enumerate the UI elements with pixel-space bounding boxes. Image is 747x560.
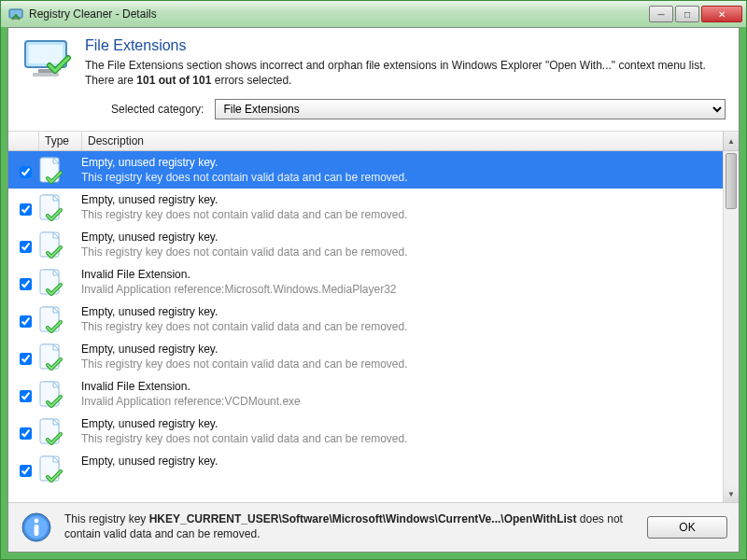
row-detail: This registry key does not contain valid… (81, 320, 719, 333)
row-type-cell (38, 191, 81, 223)
table-row[interactable]: Empty, unused registry key. (8, 450, 723, 487)
col-description-header[interactable]: Description (81, 132, 723, 150)
table-row[interactable]: Empty, unused registry key. This registr… (8, 301, 723, 338)
row-checkbox-cell (16, 191, 38, 218)
row-description-cell: Empty, unused registry key. This registr… (81, 154, 719, 184)
ok-button[interactable]: OK (647, 516, 727, 539)
table-row[interactable]: Empty, unused registry key. This registr… (8, 338, 723, 375)
row-description-cell: Empty, unused registry key. This registr… (81, 415, 719, 445)
row-type-cell (38, 154, 81, 186)
desc-post: errors selected. (211, 74, 291, 87)
results-list[interactable]: Empty, unused registry key. This registr… (8, 151, 723, 502)
row-detail: Invalid Application reference:VCDMount.e… (81, 395, 719, 408)
row-checkbox-cell (16, 229, 38, 256)
table-row[interactable]: Invalid File Extension. Invalid Applicat… (8, 375, 723, 413)
row-checkbox-cell (16, 303, 38, 330)
row-title: Empty, unused registry key. (81, 305, 719, 318)
row-description-cell: Empty, unused registry key. This registr… (81, 229, 719, 259)
row-checkbox[interactable] (20, 427, 32, 440)
svg-rect-3 (29, 45, 63, 63)
file-check-icon (38, 305, 66, 335)
row-checkbox[interactable] (20, 241, 32, 253)
row-detail: This registry key does not contain valid… (81, 432, 719, 445)
row-checkbox-cell (16, 415, 38, 442)
row-description-cell: Invalid File Extension. Invalid Applicat… (81, 266, 719, 296)
file-check-icon (38, 343, 66, 372)
row-checkbox[interactable] (20, 203, 32, 216)
footer-message: This registry key HKEY_CURRENT_USER\Soft… (64, 512, 636, 541)
table-row[interactable]: Empty, unused registry key. This registr… (8, 226, 723, 263)
row-checkbox[interactable] (20, 315, 32, 328)
row-type-cell (38, 341, 81, 372)
row-title: Empty, unused registry key. (81, 417, 719, 430)
category-select[interactable]: File Extensions (215, 99, 726, 119)
row-type-cell (38, 378, 81, 410)
row-description-cell: Empty, unused registry key. This registr… (81, 191, 719, 221)
row-checkbox-cell (16, 378, 38, 405)
row-checkbox-cell (16, 453, 38, 480)
vertical-scrollbar[interactable]: ▼ (723, 151, 739, 502)
file-check-icon (38, 193, 66, 223)
row-title: Empty, unused registry key. (81, 231, 719, 244)
row-description-cell: Empty, unused registry key. This registr… (81, 341, 719, 371)
row-checkbox[interactable] (20, 465, 32, 477)
header-pane: File Extensions The File Extensions sect… (8, 28, 739, 91)
file-check-icon (38, 455, 66, 484)
category-row: Selected category: File Extensions (8, 91, 739, 131)
window-frame: Registry Cleaner - Details ─ □ ✕ File Ex… (0, 0, 747, 560)
row-checkbox-cell (16, 266, 38, 293)
table-row[interactable]: Empty, unused registry key. This registr… (8, 151, 723, 189)
titlebar[interactable]: Registry Cleaner - Details ─ □ ✕ (1, 1, 746, 27)
row-checkbox-cell (16, 154, 38, 181)
svg-rect-18 (35, 525, 39, 536)
list-wrap: Empty, unused registry key. This registr… (8, 151, 739, 502)
table-row[interactable]: Empty, unused registry key. This registr… (8, 189, 723, 226)
row-title: Empty, unused registry key. (81, 343, 719, 356)
row-detail: This registry key does not contain valid… (81, 208, 719, 221)
table-row[interactable]: Empty, unused registry key. This registr… (8, 413, 723, 450)
row-title: Empty, unused registry key. (81, 193, 719, 206)
window-title: Registry Cleaner - Details (29, 7, 647, 21)
row-description-cell: Empty, unused registry key. This registr… (81, 303, 719, 333)
scroll-down-arrow[interactable]: ▼ (724, 486, 739, 502)
column-headers: Type Description ▲ (8, 131, 739, 151)
row-title: Invalid File Extension. (81, 380, 719, 393)
row-detail: Invalid Application reference:Microsoft.… (81, 283, 719, 296)
row-type-cell (38, 415, 81, 447)
footer-bar: This registry key HKEY_CURRENT_USER\Soft… (8, 502, 739, 552)
page-description: The File Extensions section shows incorr… (85, 58, 726, 88)
row-checkbox[interactable] (20, 390, 32, 402)
monitor-check-icon (21, 37, 74, 82)
file-check-icon (38, 417, 66, 447)
row-type-cell (38, 453, 81, 484)
maximize-button[interactable]: □ (675, 6, 699, 22)
row-detail: This registry key does not contain valid… (81, 171, 719, 184)
file-check-icon (38, 156, 66, 186)
row-title: Empty, unused registry key. (81, 156, 719, 169)
scrollbar-thumb[interactable] (726, 153, 737, 209)
app-icon (8, 7, 23, 21)
row-checkbox[interactable] (20, 166, 32, 178)
page-title: File Extensions (85, 37, 726, 54)
header-text: File Extensions The File Extensions sect… (85, 37, 726, 88)
desc-bold: 101 out of 101 (136, 74, 211, 87)
row-type-cell (38, 303, 81, 335)
scroll-up-arrow[interactable]: ▲ (723, 132, 739, 150)
col-type-header[interactable]: Type (38, 132, 81, 150)
row-detail: This registry key does not contain valid… (81, 245, 719, 259)
footer-path: HKEY_CURRENT_USER\Software\Microsoft\Win… (149, 512, 577, 525)
row-detail: This registry key does not contain valid… (81, 357, 719, 371)
row-type-cell (38, 229, 81, 260)
row-type-cell (38, 266, 81, 298)
row-checkbox[interactable] (20, 353, 32, 365)
minimize-button[interactable]: ─ (649, 6, 673, 22)
footer-pre: This registry key (64, 512, 149, 525)
client-area: File Extensions The File Extensions sect… (7, 27, 740, 553)
row-checkbox-cell (16, 341, 38, 368)
close-button[interactable]: ✕ (701, 6, 742, 22)
table-row[interactable]: Invalid File Extension. Invalid Applicat… (8, 263, 723, 301)
row-checkbox[interactable] (20, 278, 32, 290)
info-icon (20, 511, 53, 544)
window-buttons: ─ □ ✕ (647, 6, 742, 22)
svg-point-17 (35, 519, 39, 524)
